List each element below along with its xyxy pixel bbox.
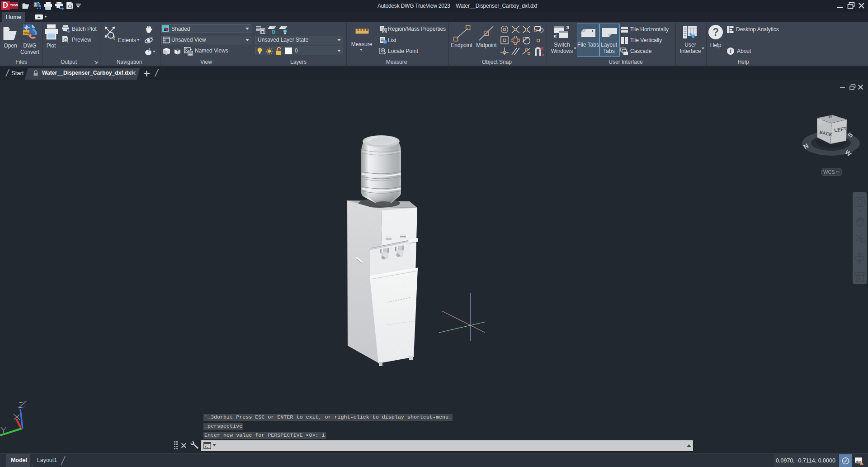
svg-text:DWG: DWG (24, 31, 33, 35)
svg-text:i: i (384, 40, 385, 44)
